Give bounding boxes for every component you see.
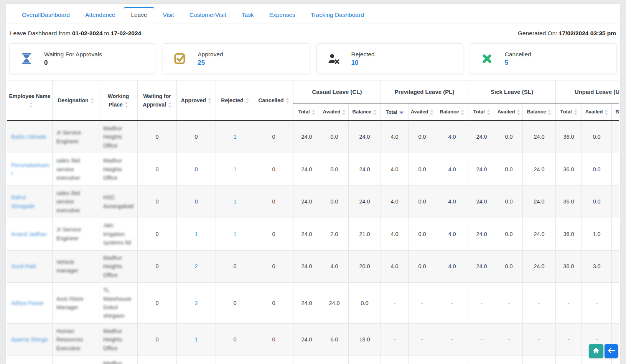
card-label: Waiting For Approvals [44,51,102,58]
card-label: Cancelled [505,51,531,58]
col-header-previlaged-leave-pl-total[interactable]: Total [381,103,409,121]
leave-value: 0.0 [409,250,436,282]
rejected-count[interactable]: 1 [233,231,236,237]
sort-icon[interactable] [342,110,346,115]
rejected-count[interactable]: 1 [233,166,236,172]
to-date: 17-02-2024 [111,30,141,36]
leave-value: 24.0 [293,323,320,356]
leave-value: 0.0 [495,250,523,282]
leave-value: 24.0 [293,218,320,250]
employee-name-link[interactable]: Aparna Shinge [11,336,48,343]
cancelled-count: 0 [272,263,275,269]
col-header-previlaged-leave-pl-balance[interactable]: Balance [436,103,468,121]
col-header-casual-leave-cl-balance[interactable]: Balance [349,103,381,121]
leave-value: 2.0 [320,218,349,250]
employee-name-link[interactable]: Perumalselvam r [11,162,49,177]
leave-value: 0.0 [582,185,612,218]
col-header-unpaid-leave-ul-availed[interactable]: Availed [582,103,612,121]
rejected-count[interactable]: 1 [233,134,236,140]
col-header-rejected[interactable]: Rejected [216,80,254,121]
col-header-previlaged-leave-pl-availed[interactable]: Availed [409,103,436,121]
employee-name-link[interactable]: Rahul Shingade [11,194,35,209]
col-header-employee-name[interactable]: Employee Name [7,80,53,121]
sort-icon[interactable] [487,110,490,115]
sort-icon[interactable] [245,98,249,103]
leave-value: 0.0 [409,185,436,218]
tab-leave[interactable]: Leave [124,7,154,23]
leave-value: 4.0 [436,153,468,185]
leave-value: 36.0 [612,153,619,185]
col-header-sick-leave-sl-balance[interactable]: Balance [523,103,556,121]
tab-attendance[interactable]: Attendance [79,7,122,23]
home-button[interactable] [589,344,603,358]
sort-icon[interactable] [430,110,433,115]
leave-value: 3.0 [582,250,612,282]
col-header-working-place[interactable]: Working Place [99,80,138,121]
person-x-icon [327,52,341,66]
back-button[interactable] [605,344,618,358]
sort-desc-icon[interactable] [399,110,404,114]
sort-icon[interactable] [373,110,377,115]
sort-icon[interactable] [605,110,608,115]
leave-value: 24.0 [320,283,349,324]
leave-value: 24.0 [293,121,320,153]
leave-value: 24.0 [523,250,556,282]
leave-value: 36.0 [556,218,582,250]
card-value: 5 [505,59,531,67]
approved-count[interactable]: 1 [194,336,198,343]
col-header-unpaid-leave-ul-balance[interactable]: Balance [612,103,619,121]
group-header-previlaged-leave-pl: Previlaged Leave (PL) [381,80,468,103]
leave-table-wrap: Employee NameDesignationWorking PlaceWai… [7,80,619,364]
col-header-casual-leave-cl-availed[interactable]: Availed [320,103,349,121]
col-header-designation[interactable]: Designation [53,80,99,121]
sort-icon[interactable] [168,102,171,108]
col-header-sick-leave-sl-total[interactable]: Total [468,103,495,121]
tab-expenses[interactable]: Expenses [263,7,302,23]
sort-icon[interactable] [29,102,33,108]
waiting-count: 0 [155,198,158,205]
arrow-left-icon [608,348,615,355]
sort-icon[interactable] [312,110,315,115]
sort-icon[interactable] [91,98,94,103]
col-header-casual-leave-cl-total[interactable]: Total [293,103,320,121]
table-row: Apurva ManiFinance managerMadhur Heights… [7,356,619,364]
sort-icon[interactable] [574,110,577,115]
col-header-unpaid-leave-ul-total[interactable]: Total [556,103,582,121]
cancelled-count: 0 [272,134,275,140]
leave-value: 0.0 [320,153,349,185]
approved-count[interactable]: 2 [194,263,198,269]
leave-value: - [582,283,612,324]
waiting-count: 0 [155,300,158,306]
cancelled-count: 0 [272,231,275,237]
leave-value: 4.0 [381,218,409,250]
sort-icon[interactable] [548,110,551,115]
employee-name-link[interactable]: Bablu Ubhade [11,134,46,140]
leave-value: 0.0 [409,218,436,250]
tab-tracking-dashboard[interactable]: Tracking Dashboard [304,7,371,23]
approved-count[interactable]: 1 [194,231,198,237]
col-header-cancelled[interactable]: Cancelled [254,80,293,121]
leave-value: 24.0 [523,153,556,185]
tab-visit[interactable]: Visit [156,7,181,23]
col-header-approved[interactable]: Approved [177,80,216,121]
tab-customervisit[interactable]: CustomerVisit [183,7,233,23]
col-header-waiting-for-approval[interactable]: Waiting for Approval [138,80,177,121]
employee-name-link[interactable]: Sunil Patil [11,263,36,269]
employee-name-link[interactable]: Anand Jadhav [11,231,47,237]
approved-count[interactable]: 2 [194,300,198,306]
sort-icon[interactable] [461,110,464,115]
tab-task[interactable]: Task [235,7,260,23]
rejected-count[interactable]: 1 [233,198,236,205]
card-label: Rejected [351,51,375,58]
sort-icon[interactable] [517,110,520,115]
tab-overalldashboard[interactable]: OverallDashboard [15,7,76,23]
leave-value: 0.0 [320,185,349,218]
leave-value: 24.0 [523,121,556,153]
sort-icon[interactable] [208,98,211,103]
sort-icon[interactable] [286,98,289,103]
home-icon [592,347,600,355]
sort-icon[interactable] [125,102,128,108]
col-header-sick-leave-sl-availed[interactable]: Availed [495,103,523,121]
table-row: Rahul Shingadesales /bid service executi… [7,185,619,218]
employee-name-link[interactable]: Aditya Pawar [11,300,44,306]
